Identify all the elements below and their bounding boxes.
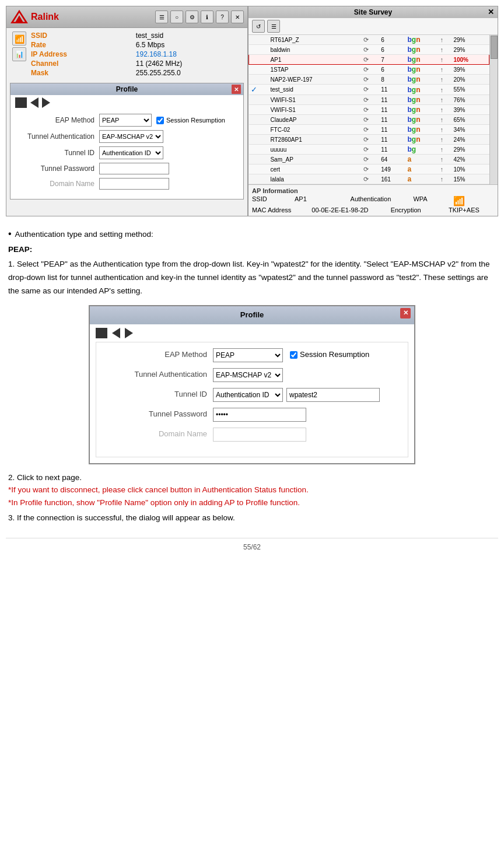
toolbar-btn-settings[interactable]: ⚙ [186, 10, 198, 23]
domain-name-input-small[interactable] [99, 178, 169, 190]
profile-close-small[interactable]: ✕ [232, 85, 241, 94]
survey-scrollbar-area: RT61AP_Z⟳6bgn↑29%baldwin⟳6bgn↑29%AP1⟳7bg… [249, 35, 498, 184]
table-row[interactable]: NAP2-WEP-197⟳8bgn↑20% [249, 75, 489, 85]
mask-value: 255.255.255.0 [136, 69, 242, 77]
ap-info-section: AP Information SSID AP1 Authentication W… [249, 184, 498, 216]
profile-title-small: Profile [116, 85, 138, 93]
toolbar-btn-info[interactable]: ℹ [201, 10, 214, 23]
site-survey-panel: Site Survey ✕ ↺ ☰ RT61AP_Z⟳6bgn↑29%baldw… [248, 6, 498, 216]
ap-auth-value: WPA [413, 195, 427, 206]
profile-titlebar-small: Profile ✕ [10, 83, 243, 95]
tunnel-password-input-large[interactable] [213, 408, 306, 422]
ap-info-row1: SSID AP1 Authentication WPA 📶 [252, 195, 494, 206]
ralink-info: 📶 📊 SSID test_ssid Rate 6.5 Mbps IP Addr… [6, 28, 247, 80]
wifi-icon[interactable]: 📶 [12, 32, 26, 46]
ap-auth-label: Authentication [351, 195, 391, 206]
session-resumption-row-large: Session Resumption [290, 349, 369, 361]
table-row[interactable]: Sam_AP⟳64a↑42% [249, 155, 489, 164]
profile-body-small: EAP Method PEAP Session Resumption Tunne… [10, 110, 243, 199]
eap-method-label-large: EAP Method [108, 349, 213, 361]
eap-method-select-small[interactable]: PEAP [99, 114, 152, 127]
red-text-2: *In Profile function, show "Profile Name… [8, 496, 496, 509]
bullet-text-1: Authentication type and setting method: [15, 228, 153, 241]
table-row[interactable]: lalala⟳161a↑15% [249, 174, 489, 184]
tunnel-id-select-small[interactable]: Authentication ID [99, 146, 163, 159]
tunnel-auth-select-large[interactable]: EAP-MSCHAP v2 [213, 368, 283, 382]
table-row[interactable]: AP1⟳7bgn↑100% [249, 55, 489, 65]
profile-large-title: Profile [240, 309, 264, 321]
table-row[interactable]: cert⟳149a↑10% [249, 164, 489, 174]
ssid-label: SSID [31, 32, 127, 40]
nav-next-large[interactable] [125, 328, 133, 338]
eap-method-row-large: EAP Method PEAP Session Resumption [108, 348, 396, 362]
survey-toolbar: ↺ ☰ [249, 18, 498, 35]
tunnel-auth-label-small: Tunnel Authentication [18, 132, 99, 141]
profile-large-close[interactable]: ✕ [400, 308, 411, 318]
rate-value: 6.5 Mbps [136, 41, 242, 49]
page-number: 55/62 [243, 543, 261, 551]
nav-back-small[interactable] [30, 97, 38, 108]
table-row[interactable]: FTC-02⟳11bgn↑34% [249, 125, 489, 135]
tunnel-id-label-small: Tunnel ID [18, 149, 99, 157]
tunnel-auth-select-small[interactable]: EAP-MSCHAP v2 [99, 130, 163, 143]
tunnel-auth-row-small: Tunnel Authentication EAP-MSCHAP v2 [18, 130, 236, 143]
body-content: • Authentication type and setting method… [6, 223, 498, 528]
toolbar-btn-help[interactable]: ? [216, 10, 229, 23]
eap-method-label-small: EAP Method [18, 116, 99, 124]
nav-next-small[interactable] [42, 97, 50, 108]
table-row[interactable]: uuuuu⟳11bg↑29% [249, 145, 489, 155]
tunnel-id-input-large[interactable] [286, 388, 380, 402]
ip-value: 192.168.1.18 [136, 50, 242, 58]
tunnel-password-input-small[interactable] [99, 163, 169, 174]
top-section: Ralink ☰ ○ ⚙ ℹ ? ✕ 📶 📊 S [6, 6, 498, 216]
table-row[interactable]: VWIFI-S1⟳11bgn↑76% [249, 95, 489, 105]
profile-dialog-large: Profile ✕ EAP Method PEAP Session Resump… [89, 305, 415, 464]
page-footer: 55/62 [6, 538, 498, 551]
eap-method-select-large[interactable]: PEAP [213, 348, 283, 362]
table-row[interactable]: VWIFI-S1⟳11bgn↑39% [249, 105, 489, 115]
session-resumption-check-large[interactable] [290, 351, 298, 359]
ap-ssid-label: SSID [252, 195, 267, 206]
toolbar-btn-circle[interactable]: ○ [170, 10, 183, 23]
stats-icon[interactable]: 📊 [12, 47, 26, 61]
survey-list-btn[interactable]: ☰ [267, 20, 280, 33]
profile-dialog-small: Profile ✕ EAP Method PEAP Session Resump… [10, 83, 244, 200]
profile-large-body: EAP Method PEAP Session Resumption Tunne… [96, 342, 408, 457]
table-row[interactable]: RT2860AP1⟳11bgn↑24% [249, 135, 489, 145]
nav-stop-large[interactable] [96, 328, 107, 338]
domain-name-label-large: Domain Name [108, 428, 213, 440]
survey-scrollbar[interactable] [489, 35, 498, 184]
channel-label: Channel [31, 60, 127, 68]
survey-close-icon[interactable]: ✕ [488, 8, 494, 16]
ap-ssid-value: AP1 [295, 195, 307, 206]
ralink-logo: Ralink [10, 9, 59, 25]
nav-back-large[interactable] [112, 328, 120, 338]
tunnel-id-label-large: Tunnel ID [108, 388, 213, 401]
survey-refresh-btn[interactable]: ↺ [252, 20, 265, 33]
ralink-toolbar: ☰ ○ ⚙ ℹ ? ✕ [155, 10, 244, 23]
survey-titlebar: Site Survey ✕ [249, 6, 498, 18]
table-row[interactable]: ClaudeAP⟳11bgn↑65% [249, 115, 489, 125]
ap-info-row2: MAC Address 00-0E-2E-E1-98-2D Encryption… [252, 206, 494, 214]
tunnel-password-label-small: Tunnel Password [18, 164, 99, 173]
table-row[interactable]: 1STAP⟳6bgn↑39% [249, 65, 489, 75]
rate-label: Rate [31, 41, 127, 49]
toolbar-btn-close[interactable]: ✕ [231, 10, 244, 23]
domain-name-row-small: Domain Name [18, 178, 236, 190]
bullet-dot-1: • [8, 228, 12, 239]
table-row[interactable]: baldwin⟳6bgn↑29% [249, 45, 489, 55]
survey-scroll-thumb[interactable] [491, 36, 498, 59]
table-row[interactable]: ✓test_ssid⟳11bgn↑55% [249, 85, 489, 95]
eap-method-row-small: EAP Method PEAP Session Resumption [18, 114, 236, 127]
domain-name-input-large[interactable] [213, 428, 306, 442]
info-grid: SSID test_ssid Rate 6.5 Mbps IP Address … [31, 32, 242, 77]
tunnel-password-row-large: Tunnel Password [108, 408, 396, 422]
step3-text: 3. If the connection is successful, the … [8, 512, 496, 524]
ap-mac-value: 00-0E-2E-E1-98-2D [312, 206, 368, 214]
ap-enc-label: Encryption [391, 206, 421, 214]
table-row[interactable]: RT61AP_Z⟳6bgn↑29% [249, 35, 489, 45]
tunnel-id-select-large[interactable]: Authentication ID [213, 388, 283, 402]
nav-stop-small[interactable] [15, 97, 27, 108]
toolbar-btn-list[interactable]: ☰ [155, 10, 168, 23]
session-resumption-check-small[interactable] [156, 117, 164, 124]
